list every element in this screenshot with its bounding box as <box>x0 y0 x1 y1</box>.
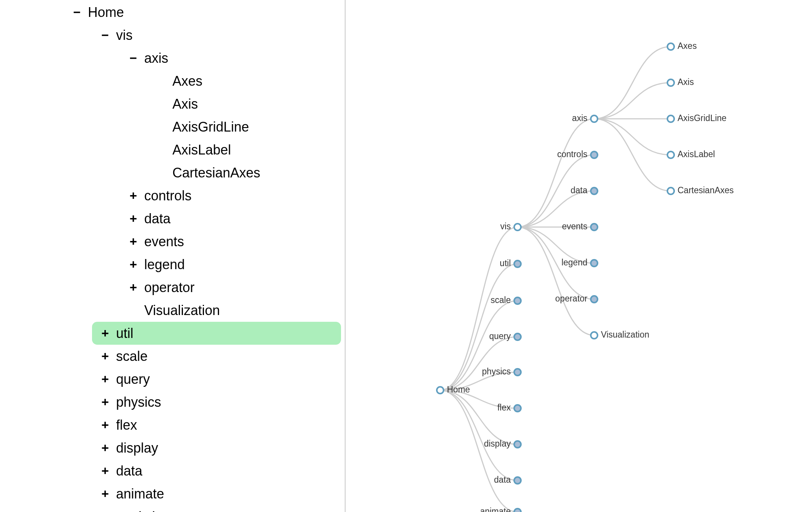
tree-row-axes[interactable]: +Axes <box>156 70 202 92</box>
tree-node-axisgridline[interactable]: AxisGridLine <box>667 113 726 123</box>
tree-node-circle[interactable] <box>514 441 521 448</box>
tree-label[interactable]: legend <box>144 253 185 276</box>
tree-node-circle[interactable] <box>667 79 674 86</box>
tree-node-legend[interactable]: legend <box>561 258 598 267</box>
tree-row-scale[interactable]: +scale <box>100 345 148 368</box>
tree-node-circle[interactable] <box>514 405 521 412</box>
tree-row-display[interactable]: +display <box>100 436 158 459</box>
tree-row-vis[interactable]: −vis <box>100 24 133 47</box>
tree-row-data[interactable]: +data <box>128 207 171 230</box>
tree-node-axislabel[interactable]: AxisLabel <box>667 149 715 159</box>
tree-node-circle[interactable] <box>514 333 521 340</box>
tree-label[interactable]: util <box>116 322 133 345</box>
tree-node-circle[interactable] <box>667 188 674 194</box>
tree-node-circle[interactable] <box>514 477 521 484</box>
tree-label[interactable]: controls <box>144 184 192 207</box>
tree-label[interactable]: Home <box>88 1 124 24</box>
tree-row-events[interactable]: +events <box>128 230 184 253</box>
tree-node-circle[interactable] <box>591 224 598 230</box>
expand-icon[interactable]: + <box>128 253 139 276</box>
tree-node-scale[interactable]: scale <box>491 295 521 305</box>
tree-label[interactable]: Visualization <box>144 299 220 322</box>
tree-label[interactable]: vis <box>116 24 133 47</box>
tree-label[interactable]: data <box>144 207 171 230</box>
tree-node-circle[interactable] <box>591 115 598 122</box>
tree-row-axislabel[interactable]: +AxisLabel <box>156 138 231 161</box>
tree-row-util[interactable]: +util <box>92 322 341 345</box>
tree-label[interactable]: axis <box>144 47 168 70</box>
tree-row-axis[interactable]: −axis <box>128 47 168 70</box>
tree-node-circle[interactable] <box>437 387 444 394</box>
tree-node-operator[interactable]: operator <box>555 294 598 303</box>
tree-label[interactable]: physics <box>116 391 161 414</box>
tree-label[interactable]: data <box>116 459 142 482</box>
expand-icon[interactable]: + <box>128 276 139 299</box>
tree-node-circle[interactable] <box>514 509 521 512</box>
collapse-icon[interactable]: − <box>71 1 83 24</box>
expand-icon[interactable]: + <box>100 322 111 345</box>
tree-node-circle[interactable] <box>667 115 674 122</box>
tree-label[interactable]: analytics <box>116 505 169 512</box>
tree-row-analytics[interactable]: +analytics <box>100 505 169 512</box>
tree-node-data[interactable]: data <box>494 475 521 485</box>
expand-icon[interactable]: + <box>100 391 111 414</box>
collapse-icon[interactable]: − <box>100 24 111 47</box>
tree-node-circle[interactable] <box>514 261 521 267</box>
expand-icon[interactable]: + <box>100 505 111 512</box>
expand-icon[interactable]: + <box>128 230 139 253</box>
tree-label[interactable]: CartesianAxes <box>172 161 260 184</box>
tree-row-data[interactable]: +data <box>100 459 142 482</box>
tree-node-data[interactable]: data <box>571 185 598 195</box>
tree-node-events[interactable]: events <box>562 221 598 231</box>
tree-label[interactable]: flex <box>116 414 137 436</box>
tree-node-flex[interactable]: flex <box>497 403 521 412</box>
tree-node-circle[interactable] <box>591 296 598 303</box>
tree-row-home[interactable]: −Home <box>71 1 124 24</box>
tree-row-controls[interactable]: +controls <box>128 184 192 207</box>
tree-node-circle[interactable] <box>514 297 521 304</box>
tree-label[interactable]: AxisLabel <box>172 138 231 161</box>
tree-label[interactable]: operator <box>144 276 195 299</box>
tree-row-visualization[interactable]: +Visualization <box>128 299 220 322</box>
collapse-icon[interactable]: − <box>128 47 139 70</box>
expand-icon[interactable]: + <box>100 414 111 436</box>
tree-node-cartesianaxes[interactable]: CartesianAxes <box>667 185 734 195</box>
expand-icon[interactable]: + <box>100 459 111 482</box>
expand-icon[interactable]: + <box>100 436 111 459</box>
tree-node-display[interactable]: display <box>484 439 521 448</box>
tree-node-circle[interactable] <box>514 369 521 376</box>
tree-label[interactable]: Axis <box>172 92 198 115</box>
tree-node-circle[interactable] <box>591 151 598 158</box>
tree-label[interactable]: Axes <box>172 70 202 92</box>
tree-label[interactable]: AxisGridLine <box>172 115 249 138</box>
expand-icon[interactable]: + <box>100 368 111 391</box>
expand-icon[interactable]: + <box>100 482 111 505</box>
tree-label[interactable]: events <box>144 230 184 253</box>
tree-node-circle[interactable] <box>514 224 521 230</box>
tree-label[interactable]: query <box>116 368 150 391</box>
tree-node-circle[interactable] <box>591 188 598 194</box>
tree-row-query[interactable]: +query <box>100 368 150 391</box>
tree-row-animate[interactable]: +animate <box>100 482 164 505</box>
tree-node-physics[interactable]: physics <box>482 367 521 376</box>
tree-node-axis[interactable]: Axis <box>667 77 694 87</box>
tree-node-circle[interactable] <box>667 43 674 50</box>
tree-row-axis[interactable]: +Axis <box>156 92 198 115</box>
tree-row-axisgridline[interactable]: +AxisGridLine <box>156 115 249 138</box>
tree-node-home[interactable]: Home <box>437 385 470 394</box>
tree-row-flex[interactable]: +flex <box>100 414 137 436</box>
tree-node-controls[interactable]: controls <box>557 149 598 159</box>
tree-node-animate[interactable]: animate <box>480 506 521 512</box>
tree-row-legend[interactable]: +legend <box>128 253 185 276</box>
expand-icon[interactable]: + <box>128 207 139 230</box>
tree-row-operator[interactable]: +operator <box>128 276 195 299</box>
tree-node-circle[interactable] <box>591 260 598 267</box>
tree-node-vis[interactable]: vis <box>500 221 521 231</box>
expand-icon[interactable]: + <box>128 184 139 207</box>
tree-node-axis[interactable]: axis <box>572 113 598 123</box>
tree-node-axes[interactable]: Axes <box>667 41 697 51</box>
tree-node-circle[interactable] <box>591 332 598 339</box>
tree-row-cartesianaxes[interactable]: +CartesianAxes <box>156 161 260 184</box>
expand-icon[interactable]: + <box>100 345 111 368</box>
tree-row-physics[interactable]: +physics <box>100 391 161 414</box>
